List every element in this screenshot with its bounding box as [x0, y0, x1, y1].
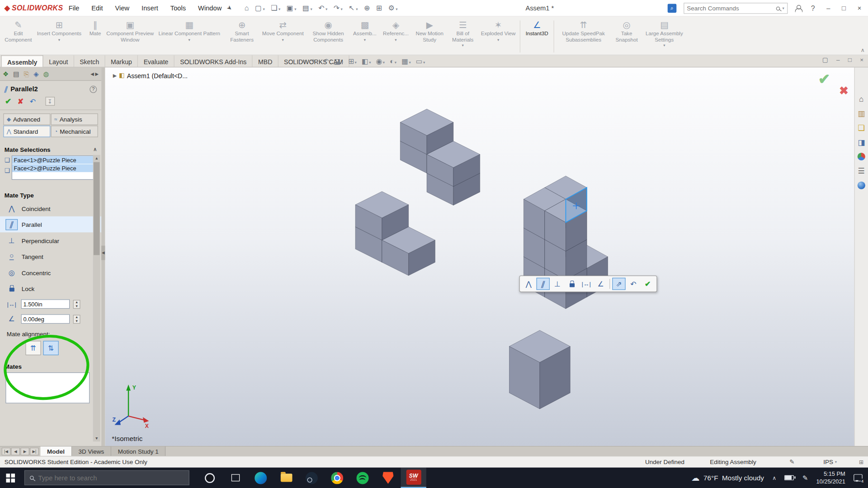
scene-icon[interactable]: ▦▾	[401, 57, 411, 65]
hide-show-items-icon[interactable]: ◉▾	[376, 57, 385, 65]
open-button[interactable]: ❏▾	[271, 4, 280, 12]
ctx-parallel-button[interactable]: ∥	[537, 278, 550, 290]
distance-stepper[interactable]: ▲▼	[73, 300, 80, 309]
viewport-3d[interactable]: ▶ ◧ Assem1 (Default<D... ✔ ✖ ⋀ ∥ ⊥ |↔| ∠…	[105, 67, 854, 446]
ribbon-show-hidden-components[interactable]: ◉Show Hidden Components	[307, 18, 350, 55]
collapse-caret-icon[interactable]: ∧	[93, 146, 97, 152]
unit-system-selector[interactable]: IPS▾	[823, 459, 837, 465]
select-tool-button[interactable]: ↖▾	[349, 4, 358, 12]
tab-assembly[interactable]: Assembly	[1, 55, 43, 67]
ctx-lock-button[interactable]	[565, 278, 578, 290]
command-search[interactable]: ▾	[684, 3, 788, 14]
tab-standard-mates[interactable]: ⋀Standard	[3, 126, 50, 137]
weather-widget[interactable]: ☁ 76°F Mostly cloudy	[691, 473, 764, 483]
menu-edit[interactable]: Edit	[91, 4, 103, 12]
ribbon-new-motion-study[interactable]: ▶New Motion Study	[412, 18, 447, 55]
propertymanager-tab[interactable]: ▤	[13, 70, 19, 78]
task-view-icon[interactable]	[222, 468, 248, 488]
appearances-scenes-icon[interactable]	[857, 152, 866, 161]
solidworks-taskbar-icon[interactable]: SW2021	[401, 468, 426, 488]
last-tab-icon[interactable]: ▶|	[30, 447, 39, 455]
options-gear-button[interactable]: ⚙▾	[388, 4, 398, 12]
tab-analysis[interactable]: ≈Analysis	[51, 113, 98, 125]
anti-aligned-button[interactable]: ⇅	[43, 341, 59, 355]
tab-mechanical-mates[interactable]: ◔Mechanical	[51, 126, 98, 137]
scroll-up-icon[interactable]: ▲	[94, 155, 98, 161]
assembly-tree-label[interactable]: Assem1 (Default<D...	[127, 72, 188, 79]
ribbon-exploded-view[interactable]: ✶Exploded View▾	[478, 18, 518, 55]
view-orientation-icon[interactable]: ⊞▾	[348, 57, 357, 65]
file-explorer-icon[interactable]	[274, 468, 299, 488]
edit-sketch-icon[interactable]: ✎	[789, 458, 794, 465]
mate-type-perpendicular[interactable]: ⊥ Perpendicular	[0, 232, 101, 249]
view-settings-icon[interactable]: ▭▾	[416, 57, 425, 65]
ok-button[interactable]: ✔	[5, 97, 11, 106]
close-button[interactable]: ×	[855, 5, 863, 12]
search-dropdown-caret-icon[interactable]: ▾	[783, 6, 784, 10]
tab-advanced-mates[interactable]: ◆Advanced	[3, 113, 50, 125]
ctx-flip-alignment-button[interactable]: ⇗	[612, 278, 625, 290]
puzzle-piece-bottom[interactable]	[509, 330, 571, 409]
prev-tab-icon[interactable]: ◀	[11, 447, 20, 455]
tag-icon[interactable]: ⊞	[859, 459, 863, 465]
ribbon-insert-components[interactable]: ⊞Insert Components▾	[34, 18, 84, 55]
mate-type-lock[interactable]: Lock	[0, 281, 101, 297]
ctx-ok-button[interactable]: ✔	[641, 278, 654, 290]
dimxpertmanager-tab[interactable]: ◈	[33, 70, 38, 78]
ctx-perpendicular-button[interactable]: ⊥	[551, 278, 564, 290]
design-library-icon[interactable]: ▥	[857, 108, 866, 118]
home-button[interactable]: ⌂	[245, 4, 249, 12]
configurationmanager-tab[interactable]: ⎘	[24, 70, 29, 78]
confirm-corner-cancel-icon[interactable]: ✖	[839, 84, 849, 97]
ribbon-move-component[interactable]: ⇄Move Component▾	[259, 18, 307, 55]
appearances-icon[interactable]: ◐▾	[390, 57, 396, 65]
tab-motion-study-1[interactable]: Motion Study 1	[111, 446, 165, 456]
new-document-button[interactable]: ▢▾	[255, 4, 265, 12]
taskbar-search[interactable]	[24, 470, 189, 485]
print-button[interactable]: ▤▾	[302, 4, 312, 12]
save-button[interactable]: ▣▾	[287, 4, 297, 12]
ribbon-component-preview-window[interactable]: ▣Component Preview Window	[106, 18, 154, 55]
redo-button[interactable]: ↷▾	[334, 4, 343, 12]
tab-3d-views[interactable]: 3D Views	[72, 446, 111, 456]
puzzle-pieces-canvas[interactable]	[105, 67, 854, 446]
angle-input[interactable]	[21, 314, 70, 324]
ctx-angle-button[interactable]: ∠	[594, 278, 607, 290]
ctx-distance-button[interactable]: |↔|	[580, 278, 593, 290]
scroll-down-icon[interactable]: ▼	[94, 436, 98, 441]
keep-visible-pin-button[interactable]: ↧	[45, 97, 55, 106]
section-view-icon[interactable]: ◪▾	[334, 57, 343, 65]
ribbon-smart-fasteners[interactable]: ⊕Smart Fasteners	[225, 18, 259, 55]
mate-type-header[interactable]: Mate Type ∧	[0, 189, 101, 201]
start-button[interactable]	[0, 468, 24, 488]
home-tab-icon[interactable]: ⌂	[857, 94, 866, 103]
menu-tools[interactable]: Tools	[170, 4, 186, 12]
fm-tab-arrows[interactable]: ◀ ▶	[90, 71, 99, 76]
tab-model[interactable]: Model	[40, 446, 72, 456]
doc-close-icon[interactable]: ×	[860, 56, 863, 64]
restore-button[interactable]: □	[840, 5, 848, 12]
panel-help-icon[interactable]: ?	[90, 85, 97, 93]
minimize-button[interactable]: –	[824, 5, 832, 12]
ribbon-large-assembly-settings[interactable]: ▤Large Assembly Settings▾	[642, 18, 686, 55]
ribbon-take-snapshot[interactable]: ◎Take Snapshot	[611, 18, 642, 55]
puzzle-piece-left[interactable]	[355, 192, 435, 276]
undo-button[interactable]: ↶▾	[318, 4, 327, 12]
ribbon-instant3d[interactable]: ∠Instant3D	[522, 18, 552, 55]
taskbar-clock[interactable]: 5:15 PM 10/25/2021	[816, 470, 845, 485]
first-tab-icon[interactable]: |◀	[2, 447, 11, 455]
ribbon-mate[interactable]: ∥Mate	[84, 18, 106, 55]
action-center-icon[interactable]: 4	[854, 474, 863, 481]
steam-icon[interactable]	[299, 468, 324, 488]
chrome-icon[interactable]	[325, 468, 350, 488]
tab-sketch[interactable]: Sketch	[74, 55, 105, 67]
angle-stepper[interactable]: ▲▼	[73, 314, 80, 324]
puzzle-piece-top[interactable]	[400, 109, 480, 205]
tab-solidworks-add-ins[interactable]: SOLIDWORKS Add-Ins	[175, 55, 253, 67]
grid-button[interactable]: ⊞	[376, 4, 382, 12]
display-style-icon[interactable]: ◧▾	[362, 57, 371, 65]
mate-type-concentric[interactable]: ◎ Concentric	[0, 264, 101, 281]
mate-type-parallel[interactable]: ∥ Parallel	[0, 216, 101, 233]
menu-insert[interactable]: Insert	[142, 4, 158, 12]
custom-properties-icon[interactable]: ☰	[857, 166, 866, 175]
